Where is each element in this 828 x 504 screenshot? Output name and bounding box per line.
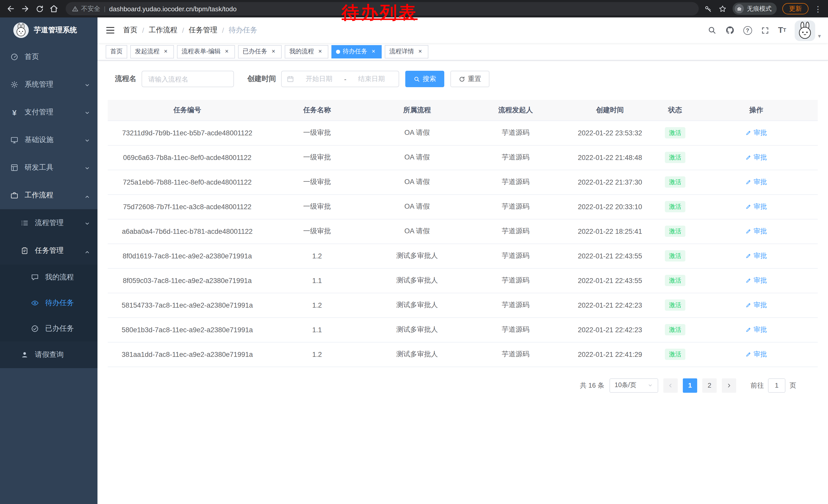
chevron-down-icon bbox=[84, 109, 90, 118]
create-time-label: 创建时间 bbox=[247, 74, 276, 84]
created-cell: 2022-01-22 21:48:48 bbox=[564, 145, 656, 170]
browser-menu-icon[interactable]: ⋮ bbox=[814, 5, 822, 12]
back-icon[interactable] bbox=[4, 2, 17, 15]
password-key-icon[interactable] bbox=[704, 4, 713, 13]
app-logo-row[interactable]: 芋道管理系统 bbox=[0, 17, 97, 43]
chevron-down-icon bbox=[84, 220, 90, 228]
table-row: 725a1eb6-7b88-11ec-8ef0-acde48001122 一级审… bbox=[108, 170, 818, 194]
fullscreen-icon[interactable] bbox=[760, 26, 769, 35]
created-cell: 2022-01-22 20:33:10 bbox=[564, 194, 656, 219]
breadcrumb-home[interactable]: 首页 bbox=[123, 26, 137, 35]
page-content: 流程名 创建时间 开始日期 - 结束日期 搜索 bbox=[97, 60, 828, 504]
edit-icon bbox=[745, 253, 752, 259]
sidebar-item-todo-tasks[interactable]: 待办任务 bbox=[0, 290, 97, 316]
hamburger-icon[interactable] bbox=[97, 17, 123, 43]
tab-todo-tasks[interactable]: 待办任务 × bbox=[331, 45, 382, 58]
sidebar-item-done-tasks[interactable]: 已办任务 bbox=[0, 316, 97, 341]
process-cell: 测试多审批人 bbox=[367, 268, 467, 293]
chevron-up-icon bbox=[84, 192, 90, 200]
status-badge: 激活 bbox=[665, 349, 686, 360]
task-name-cell: 一级审批 bbox=[267, 145, 367, 170]
approve-link[interactable]: 审批 bbox=[745, 202, 767, 211]
sidebar-item-system[interactable]: 系统管理 bbox=[0, 71, 97, 98]
process-cell: 测试多审批人 bbox=[367, 342, 467, 367]
navbar-right-controls: ? TT ▾ bbox=[707, 19, 828, 41]
task-id-cell: 8f059c03-7ac8-11ec-a9e2-a2380e71991a bbox=[108, 268, 267, 293]
sidebar-item-process-mgmt[interactable]: 流程管理 bbox=[0, 209, 97, 237]
tab-process-detail[interactable]: 流程详情 × bbox=[385, 45, 428, 58]
page-button-2[interactable]: 2 bbox=[702, 378, 717, 393]
breadcrumb-task-mgmt[interactable]: 任务管理 bbox=[189, 26, 217, 35]
tools-icon bbox=[10, 164, 18, 172]
close-icon[interactable]: × bbox=[162, 48, 169, 55]
sidebar-item-label: 支付管理 bbox=[25, 108, 53, 117]
tab-done-tasks[interactable]: 已办任务 × bbox=[238, 45, 282, 58]
approve-link[interactable]: 审批 bbox=[745, 227, 767, 236]
status-badge: 激活 bbox=[665, 226, 686, 237]
incognito-label: 无痕模式 bbox=[747, 4, 772, 13]
close-icon[interactable]: × bbox=[223, 48, 230, 55]
sidebar-item-task-mgmt[interactable]: 任务管理 bbox=[0, 237, 97, 265]
sidebar-item-workflow[interactable]: 工作流程 bbox=[0, 182, 97, 209]
goto-page-input[interactable] bbox=[768, 378, 785, 393]
search-button[interactable]: 搜索 bbox=[405, 71, 444, 87]
github-icon[interactable] bbox=[725, 26, 734, 35]
app-title: 芋道管理系统 bbox=[34, 26, 77, 35]
font-size-icon[interactable]: TT bbox=[778, 26, 786, 34]
created-cell: 2022-01-21 22:43:55 bbox=[564, 243, 656, 268]
tab-start-process[interactable]: 发起流程 × bbox=[130, 45, 174, 58]
sidebar-item-leave-query[interactable]: 请假查询 bbox=[0, 341, 97, 368]
approve-link[interactable]: 审批 bbox=[745, 128, 767, 137]
close-icon[interactable]: × bbox=[417, 48, 424, 55]
approve-link[interactable]: 审批 bbox=[745, 325, 767, 334]
help-icon[interactable]: ? bbox=[743, 26, 752, 35]
sidebar-item-infrastructure[interactable]: 基础设施 bbox=[0, 126, 97, 154]
created-cell: 2022-01-21 22:43:55 bbox=[564, 268, 656, 293]
prev-page-button[interactable] bbox=[663, 378, 678, 393]
approve-link[interactable]: 审批 bbox=[745, 301, 767, 310]
update-button[interactable]: 更新 bbox=[782, 3, 809, 14]
bookmark-star-icon[interactable] bbox=[718, 4, 727, 13]
sidebar-item-my-process[interactable]: 我的流程 bbox=[0, 265, 97, 290]
breadcrumb-workflow[interactable]: 工作流程 bbox=[149, 26, 177, 35]
forward-icon[interactable] bbox=[18, 2, 32, 15]
date-range-picker[interactable]: 开始日期 - 结束日期 bbox=[281, 71, 399, 87]
tab-home[interactable]: 首页 bbox=[106, 45, 127, 58]
close-icon[interactable]: × bbox=[317, 48, 324, 55]
approve-link[interactable]: 审批 bbox=[745, 251, 767, 261]
not-secure-indicator[interactable]: 不安全 bbox=[72, 4, 100, 13]
user-menu[interactable]: ▾ bbox=[795, 19, 821, 41]
sidebar-item-label: 系统管理 bbox=[25, 80, 53, 89]
next-page-button[interactable] bbox=[722, 378, 736, 393]
close-icon[interactable]: × bbox=[270, 48, 277, 55]
tab-process-form-edit[interactable]: 流程表单-编辑 × bbox=[177, 45, 235, 58]
task-name-cell: 一级审批 bbox=[267, 170, 367, 194]
approve-link[interactable]: 审批 bbox=[745, 177, 767, 187]
tab-my-process[interactable]: 我的流程 × bbox=[285, 45, 328, 58]
breadcrumb-separator: / bbox=[222, 26, 224, 34]
screen: 不安全 | dashboard.yudao.iocoder.cn/bpm/tas… bbox=[0, 0, 828, 504]
col-process: 所属流程 bbox=[367, 100, 467, 121]
approve-link[interactable]: 审批 bbox=[745, 153, 767, 162]
search-icon[interactable] bbox=[707, 26, 716, 35]
sidebar-item-devtools[interactable]: 研发工具 bbox=[0, 154, 97, 182]
page-size-select[interactable]: 10条/页 bbox=[610, 378, 658, 393]
sidebar-item-home[interactable]: 首页 bbox=[0, 43, 97, 71]
starter-cell: 芋道源码 bbox=[467, 268, 564, 293]
user-icon bbox=[20, 351, 29, 359]
approve-link[interactable]: 审批 bbox=[745, 276, 767, 285]
sidebar-item-label: 流程管理 bbox=[35, 218, 64, 228]
page-button-1[interactable]: 1 bbox=[683, 378, 697, 393]
approve-link[interactable]: 审批 bbox=[745, 350, 767, 359]
address-bar[interactable]: 不安全 | dashboard.yudao.iocoder.cn/bpm/tas… bbox=[66, 2, 699, 15]
eye-icon bbox=[31, 299, 39, 307]
reload-icon[interactable] bbox=[33, 2, 46, 15]
edit-icon bbox=[745, 351, 752, 357]
process-name-input[interactable] bbox=[141, 71, 234, 87]
reset-button[interactable]: 重置 bbox=[450, 71, 489, 87]
sidebar-item-payment[interactable]: ¥ 支付管理 bbox=[0, 98, 97, 126]
close-icon[interactable]: × bbox=[370, 48, 377, 55]
home-icon[interactable] bbox=[47, 2, 60, 15]
starter-cell: 芋道源码 bbox=[467, 145, 564, 170]
table-row: a6aba0a4-7b6d-11ec-b781-acde48001122 一级审… bbox=[108, 219, 818, 243]
